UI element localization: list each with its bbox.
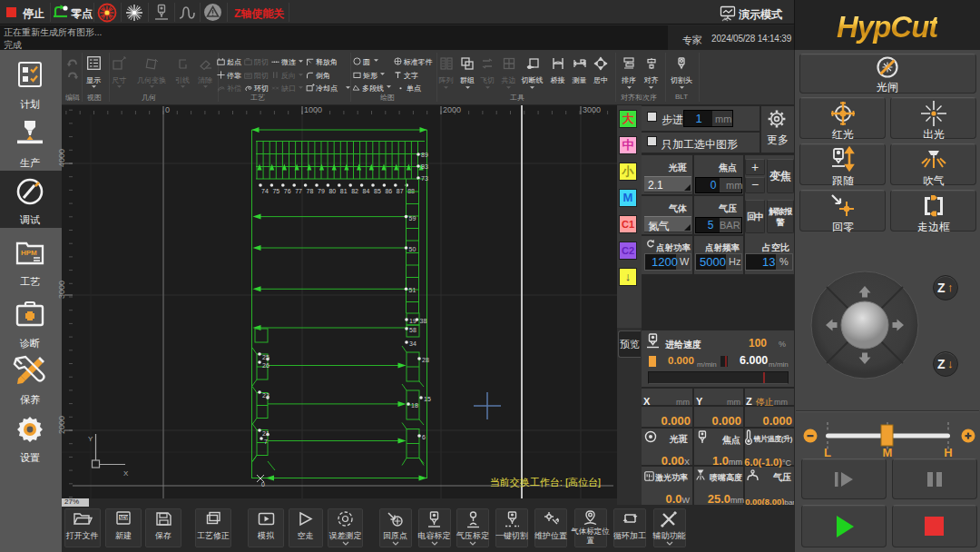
svg-text:NEW: NEW bbox=[119, 516, 129, 520]
svg-text:3000: 3000 bbox=[57, 281, 66, 299]
svg-text:38: 38 bbox=[420, 318, 427, 324]
svg-text:73: 73 bbox=[421, 175, 428, 182]
svg-text:2000: 2000 bbox=[443, 105, 461, 114]
svg-text:79: 79 bbox=[318, 188, 325, 194]
svg-text:1000: 1000 bbox=[304, 105, 322, 114]
svg-text:0: 0 bbox=[261, 481, 265, 488]
svg-text:82: 82 bbox=[351, 188, 358, 194]
svg-text:78: 78 bbox=[307, 188, 314, 194]
svg-text:50: 50 bbox=[409, 246, 416, 252]
svg-text:15: 15 bbox=[424, 396, 431, 402]
svg-text:77: 77 bbox=[295, 188, 302, 194]
svg-text:28: 28 bbox=[422, 357, 429, 363]
svg-text:89: 89 bbox=[421, 152, 428, 158]
svg-text:23: 23 bbox=[262, 392, 270, 399]
svg-text:85: 85 bbox=[374, 188, 381, 194]
svg-text:X: X bbox=[123, 469, 129, 478]
svg-text:HPM: HPM bbox=[21, 249, 37, 257]
svg-text:4000: 4000 bbox=[57, 149, 66, 167]
svg-text:Y: Y bbox=[88, 435, 93, 443]
svg-text:87: 87 bbox=[397, 188, 404, 194]
svg-text:84: 84 bbox=[363, 188, 370, 194]
svg-text:7: 7 bbox=[264, 439, 268, 445]
svg-text:6: 6 bbox=[422, 434, 426, 440]
svg-text:18: 18 bbox=[411, 402, 418, 409]
svg-text:86: 86 bbox=[385, 188, 392, 194]
svg-text:21: 21 bbox=[262, 430, 270, 437]
svg-text:25: 25 bbox=[262, 354, 270, 360]
svg-text:80: 80 bbox=[328, 188, 336, 194]
svg-text:19: 19 bbox=[409, 318, 416, 324]
svg-text:0: 0 bbox=[165, 105, 170, 114]
svg-text:76: 76 bbox=[284, 188, 291, 194]
svg-text:74: 74 bbox=[261, 188, 269, 194]
svg-text:59: 59 bbox=[409, 215, 416, 222]
svg-text:75: 75 bbox=[272, 188, 279, 194]
svg-text:3000: 3000 bbox=[583, 105, 601, 114]
svg-text:81: 81 bbox=[340, 188, 348, 194]
svg-text:83: 83 bbox=[421, 163, 428, 170]
svg-text:34: 34 bbox=[409, 340, 416, 347]
svg-text:26: 26 bbox=[262, 362, 270, 369]
svg-text:51: 51 bbox=[409, 287, 416, 293]
svg-text:58: 58 bbox=[409, 327, 416, 333]
svg-text:2000: 2000 bbox=[57, 416, 66, 434]
